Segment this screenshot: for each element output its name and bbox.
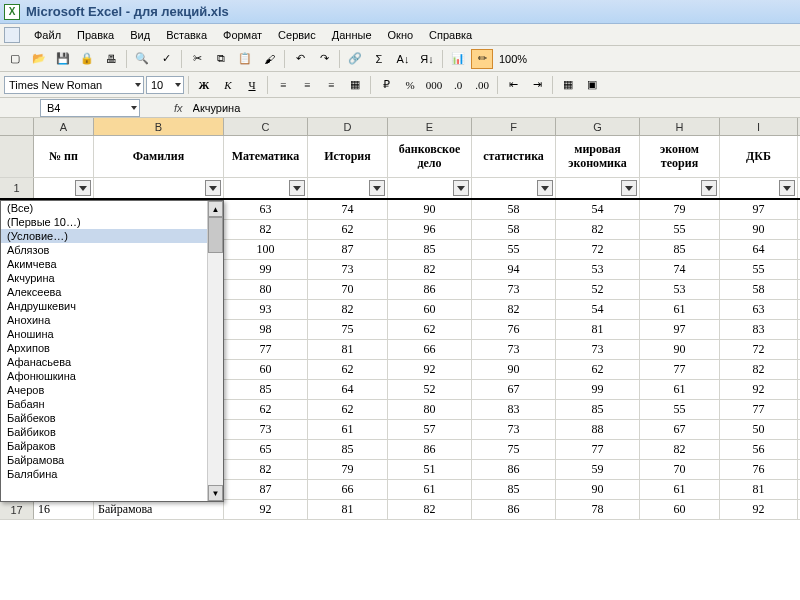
cell[interactable]: 53: [556, 260, 640, 279]
cell[interactable]: 55: [640, 400, 720, 419]
cell[interactable]: 77: [224, 340, 308, 359]
cell[interactable]: 82: [224, 220, 308, 239]
cell[interactable]: 62: [388, 320, 472, 339]
cell[interactable]: 83: [720, 320, 798, 339]
cell[interactable]: 82: [640, 440, 720, 459]
cell[interactable]: 54: [556, 300, 640, 319]
cell[interactable]: 74: [640, 260, 720, 279]
cell[interactable]: 59: [556, 460, 640, 479]
cell[interactable]: 60: [388, 300, 472, 319]
open-icon[interactable]: 📂: [28, 49, 50, 69]
col-header-C[interactable]: C: [224, 118, 308, 135]
cell[interactable]: 83: [472, 400, 556, 419]
cell[interactable]: 76: [720, 460, 798, 479]
cut-icon[interactable]: ✂: [186, 49, 208, 69]
autofilter-item[interactable]: (Условие…): [1, 229, 207, 243]
merge-center-icon[interactable]: ▦: [344, 75, 366, 95]
formula-input[interactable]: [189, 99, 800, 117]
cell[interactable]: 65: [224, 440, 308, 459]
header-cell[interactable]: ДКБ: [720, 136, 798, 177]
autofilter-item[interactable]: Афонюшкина: [1, 369, 207, 383]
autofilter-item[interactable]: Байбиков: [1, 425, 207, 439]
header-cell[interactable]: Фамилия: [94, 136, 224, 177]
cell[interactable]: 81: [308, 500, 388, 519]
cell[interactable]: 16: [34, 500, 94, 519]
hyperlink-icon[interactable]: 🔗: [344, 49, 366, 69]
cell[interactable]: 64: [308, 380, 388, 399]
cell[interactable]: 77: [640, 360, 720, 379]
scrollbar[interactable]: ▲ ▼: [207, 201, 223, 501]
cell[interactable]: 79: [640, 200, 720, 219]
autofilter-item[interactable]: Акимчева: [1, 257, 207, 271]
cell[interactable]: 73: [224, 420, 308, 439]
format-painter-icon[interactable]: 🖌: [258, 49, 280, 69]
cell[interactable]: 58: [720, 280, 798, 299]
menu-data[interactable]: Данные: [324, 27, 380, 43]
menu-window[interactable]: Окно: [380, 27, 422, 43]
cell[interactable]: 62: [308, 220, 388, 239]
cell[interactable]: 92: [720, 380, 798, 399]
cell[interactable]: 82: [308, 300, 388, 319]
cell[interactable]: 67: [472, 380, 556, 399]
new-icon[interactable]: ▢: [4, 49, 26, 69]
cell[interactable]: 55: [472, 240, 556, 259]
cell[interactable]: 52: [556, 280, 640, 299]
header-cell[interactable]: № пп: [34, 136, 94, 177]
cell[interactable]: 82: [556, 220, 640, 239]
cell[interactable]: 99: [556, 380, 640, 399]
cell[interactable]: 51: [388, 460, 472, 479]
cell[interactable]: 56: [720, 440, 798, 459]
filter-button[interactable]: [205, 180, 221, 196]
col-header-I[interactable]: I: [720, 118, 798, 135]
cell[interactable]: 90: [388, 200, 472, 219]
cell[interactable]: 60: [640, 500, 720, 519]
cell[interactable]: 73: [472, 340, 556, 359]
fx-label[interactable]: fx: [174, 102, 183, 114]
cell[interactable]: 61: [308, 420, 388, 439]
cell[interactable]: 85: [472, 480, 556, 499]
menu-insert[interactable]: Вставка: [158, 27, 215, 43]
autofilter-item[interactable]: Акчурина: [1, 271, 207, 285]
header-cell[interactable]: банковское дело: [388, 136, 472, 177]
name-box[interactable]: B4: [40, 99, 140, 117]
cell[interactable]: 92: [388, 360, 472, 379]
borders-icon[interactable]: ▦: [557, 75, 579, 95]
cell[interactable]: 86: [388, 280, 472, 299]
autofilter-item[interactable]: Анохина: [1, 313, 207, 327]
menu-help[interactable]: Справка: [421, 27, 480, 43]
header-cell[interactable]: История: [308, 136, 388, 177]
undo-icon[interactable]: ↶: [289, 49, 311, 69]
cell[interactable]: 88: [556, 420, 640, 439]
cell[interactable]: 77: [720, 400, 798, 419]
cell[interactable]: 99: [224, 260, 308, 279]
cell[interactable]: 90: [472, 360, 556, 379]
header-cell[interactable]: статистика: [472, 136, 556, 177]
cell[interactable]: 87: [224, 480, 308, 499]
cell[interactable]: 58: [472, 220, 556, 239]
cell[interactable]: 58: [472, 200, 556, 219]
row-header[interactable]: 1: [0, 178, 34, 198]
cell[interactable]: 53: [640, 280, 720, 299]
autofilter-item[interactable]: Аношина: [1, 327, 207, 341]
currency-icon[interactable]: ₽: [375, 75, 397, 95]
autofilter-item[interactable]: Афанасьева: [1, 355, 207, 369]
cell[interactable]: 70: [640, 460, 720, 479]
italic-button[interactable]: К: [217, 75, 239, 95]
autofilter-item[interactable]: (Первые 10…): [1, 215, 207, 229]
autofilter-item[interactable]: (Все): [1, 201, 207, 215]
cell[interactable]: 67: [640, 420, 720, 439]
cell[interactable]: 73: [556, 340, 640, 359]
fill-color-icon[interactable]: ▣: [581, 75, 603, 95]
scroll-down-icon[interactable]: ▼: [208, 485, 223, 501]
cell[interactable]: 63: [224, 200, 308, 219]
cell[interactable]: 92: [720, 500, 798, 519]
autofilter-list[interactable]: (Все)(Первые 10…)(Условие…)АблязовАкимче…: [1, 201, 207, 501]
filter-button[interactable]: [369, 180, 385, 196]
autofilter-dropdown[interactable]: (Все)(Первые 10…)(Условие…)АблязовАкимче…: [0, 200, 224, 502]
align-center-icon[interactable]: ≡: [296, 75, 318, 95]
cell[interactable]: 82: [224, 460, 308, 479]
autofilter-item[interactable]: Андрушкевич: [1, 299, 207, 313]
cell[interactable]: 92: [224, 500, 308, 519]
autosum-icon[interactable]: Σ: [368, 49, 390, 69]
underline-button[interactable]: Ч: [241, 75, 263, 95]
